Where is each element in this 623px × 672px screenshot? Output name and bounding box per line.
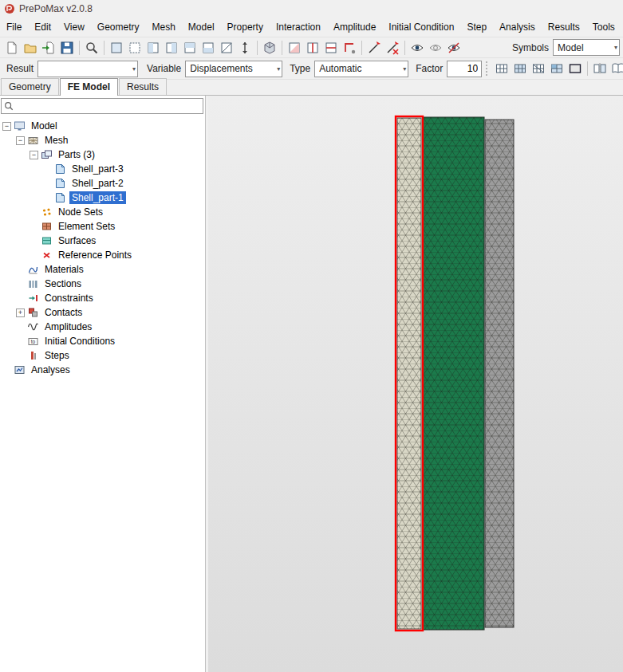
tree-item-contacts[interactable]: + Contacts bbox=[0, 305, 205, 320]
result-combobox[interactable]: ▾ bbox=[37, 61, 138, 77]
show-undeformed-icon[interactable] bbox=[493, 60, 511, 77]
view-normal-to-icon[interactable] bbox=[236, 39, 254, 57]
book-view-icon[interactable] bbox=[609, 60, 623, 77]
transform-part-icon[interactable] bbox=[341, 39, 358, 57]
menu-step[interactable]: Step bbox=[460, 18, 493, 36]
menu-initial-condition[interactable]: Initial Condition bbox=[382, 18, 460, 36]
view-left-icon[interactable] bbox=[144, 39, 162, 57]
zoom-icon[interactable] bbox=[83, 39, 101, 57]
symbols-label: Symbols bbox=[509, 42, 552, 53]
show-results-icon[interactable] bbox=[548, 60, 566, 77]
mirror-view-icon[interactable] bbox=[591, 60, 609, 77]
section-cut-2-icon[interactable] bbox=[304, 39, 321, 57]
viewport-3d[interactable] bbox=[208, 96, 623, 672]
mesh-overlay bbox=[423, 117, 484, 630]
tab-geometry[interactable]: Geometry bbox=[1, 78, 59, 95]
section-cut-1-icon[interactable] bbox=[286, 39, 303, 57]
part-icon bbox=[54, 192, 66, 203]
menu-mesh[interactable]: Mesh bbox=[146, 18, 182, 36]
factor-input[interactable] bbox=[447, 61, 482, 77]
steps-icon bbox=[27, 350, 39, 361]
open-file-icon[interactable] bbox=[22, 39, 39, 57]
save-icon[interactable] bbox=[58, 39, 76, 57]
chevron-down-icon: ▾ bbox=[132, 61, 136, 77]
tree-item-element-sets[interactable]: Element Sets bbox=[0, 219, 205, 234]
perspective-cube-icon[interactable] bbox=[261, 39, 278, 57]
tree-item-steps[interactable]: Steps bbox=[0, 348, 205, 363]
show-all-icon[interactable] bbox=[408, 39, 426, 57]
menu-amplitude[interactable]: Amplitude bbox=[327, 18, 382, 36]
tree-item-label: Surfaces bbox=[56, 234, 98, 247]
tree-item-parts[interactable]: − Parts (3) bbox=[0, 147, 205, 162]
tree-item-mesh[interactable]: − Mesh bbox=[0, 133, 205, 147]
section-cut-3-icon[interactable] bbox=[322, 39, 340, 57]
part-icon bbox=[54, 163, 66, 175]
view-bottom-icon[interactable] bbox=[199, 39, 217, 57]
view-top-icon[interactable] bbox=[181, 39, 199, 57]
tree-item-node-sets[interactable]: Node Sets bbox=[0, 205, 205, 219]
tree-item-analyses[interactable]: Analyses bbox=[0, 363, 205, 377]
hide-symbols-icon[interactable] bbox=[445, 39, 463, 57]
model-icon bbox=[14, 120, 26, 132]
toolbar-grip bbox=[486, 61, 489, 76]
variable-combobox[interactable]: Displacements ▾ bbox=[185, 61, 282, 77]
symbols-combobox[interactable]: Model ▾ bbox=[553, 39, 620, 56]
tree-filter-input[interactable] bbox=[16, 100, 200, 112]
surfaces-icon bbox=[41, 235, 53, 246]
view-front-icon[interactable] bbox=[108, 39, 125, 57]
collapse-icon[interactable]: − bbox=[30, 151, 38, 159]
tab-fe-model[interactable]: FE Model bbox=[60, 78, 118, 96]
tree-item-label-selected: Shell_part-1 bbox=[69, 191, 126, 204]
tab-results[interactable]: Results bbox=[119, 78, 167, 95]
menu-view[interactable]: View bbox=[57, 18, 91, 36]
show-deformed-wireframe-icon[interactable] bbox=[530, 60, 547, 77]
app-logo-icon bbox=[4, 3, 15, 14]
menu-tools[interactable]: Tools bbox=[586, 18, 621, 36]
tree-item-reference-points[interactable]: Reference Points bbox=[0, 248, 205, 262]
type-combobox[interactable]: Automatic ▾ bbox=[314, 61, 408, 77]
main-toolbar: Symbols Model ▾ bbox=[0, 37, 623, 57]
tree-item-shell-part-3[interactable]: Shell_part-3 bbox=[0, 162, 205, 176]
show-transparent-icon[interactable] bbox=[427, 39, 444, 57]
tree-item-materials[interactable]: Materials bbox=[0, 262, 205, 277]
tree-item-model[interactable]: − Model bbox=[0, 119, 205, 133]
tree-search-box[interactable] bbox=[1, 98, 203, 114]
tree-item-surfaces[interactable]: Surfaces bbox=[0, 234, 205, 248]
tree-item-shell-part-1[interactable]: Shell_part-1 bbox=[0, 191, 205, 205]
chevron-down-icon: ▾ bbox=[277, 61, 280, 77]
tree-item-label: Initial Conditions bbox=[42, 335, 117, 348]
parts-icon bbox=[41, 149, 53, 160]
view-back-icon[interactable] bbox=[126, 39, 144, 57]
menu-property[interactable]: Property bbox=[221, 18, 270, 36]
menu-analysis[interactable]: Analysis bbox=[493, 18, 542, 36]
view-right-icon[interactable] bbox=[163, 39, 180, 57]
menu-edit[interactable]: Edit bbox=[28, 18, 57, 36]
window-title: PrePoMax v2.0.8 bbox=[19, 3, 93, 14]
menu-results[interactable]: Results bbox=[542, 18, 586, 36]
tree-item-sections[interactable]: Sections bbox=[0, 277, 205, 291]
menu-file[interactable]: File bbox=[0, 18, 28, 36]
menu-model[interactable]: Model bbox=[182, 18, 221, 36]
tree-item-label: Mesh bbox=[42, 134, 70, 147]
collapse-icon[interactable]: − bbox=[2, 122, 11, 131]
toolbar-separator bbox=[257, 41, 258, 55]
expand-icon[interactable]: + bbox=[16, 308, 25, 317]
tree-item-shell-part-2[interactable]: Shell_part-2 bbox=[0, 176, 205, 191]
query-point-icon[interactable] bbox=[365, 39, 383, 57]
svg-text:to: to bbox=[31, 339, 36, 344]
show-edges-icon[interactable] bbox=[566, 60, 584, 77]
viewport-canvas[interactable] bbox=[208, 96, 623, 672]
menu-interaction[interactable]: Interaction bbox=[270, 18, 327, 36]
view-isometric-icon[interactable] bbox=[218, 39, 235, 57]
new-file-icon[interactable] bbox=[3, 39, 21, 57]
import-file-icon[interactable] bbox=[40, 39, 57, 57]
tree-item-constraints[interactable]: Constraints bbox=[0, 291, 205, 305]
collapse-icon[interactable]: − bbox=[16, 136, 25, 145]
menu-geometry[interactable]: Geometry bbox=[91, 18, 146, 36]
toolbar-separator bbox=[282, 41, 282, 55]
symbols-group: Symbols Model ▾ bbox=[509, 39, 620, 56]
tree-item-initial-conditions[interactable]: to Initial Conditions bbox=[0, 334, 205, 348]
query-remove-icon[interactable] bbox=[384, 39, 401, 57]
show-deformed-icon[interactable] bbox=[511, 60, 529, 77]
tree-item-amplitudes[interactable]: Amplitudes bbox=[0, 320, 205, 334]
